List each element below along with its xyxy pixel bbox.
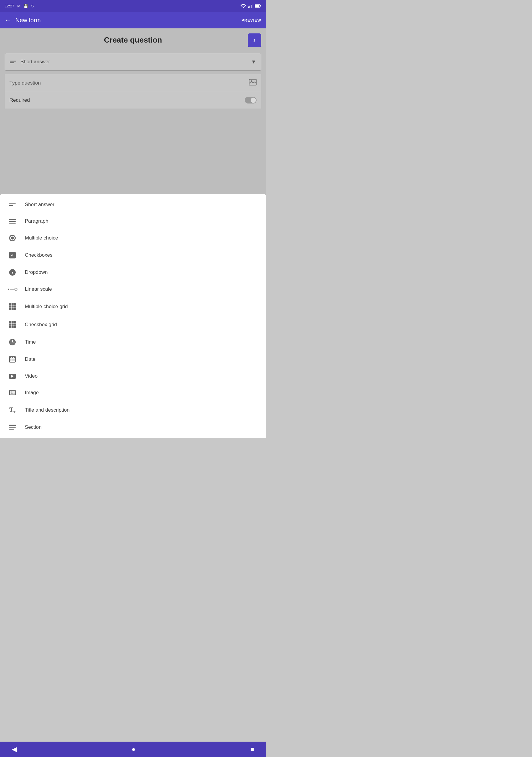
dropdown-menu-icon: ▾ bbox=[8, 269, 16, 276]
menu-label-checkboxes: Checkboxes bbox=[25, 252, 53, 258]
menu-label-short-answer: Short answer bbox=[25, 202, 54, 208]
menu-item-dropdown[interactable]: ▾ Dropdown bbox=[0, 264, 266, 281]
menu-label-linear-scale: Linear scale bbox=[25, 286, 52, 292]
menu-item-short-answer[interactable]: Short answer bbox=[0, 197, 266, 213]
menu-item-image[interactable]: Image bbox=[0, 384, 266, 401]
svg-rect-1 bbox=[248, 7, 249, 8]
status-bar: 12:27 M 💾 S bbox=[0, 0, 266, 12]
menu-label-multiple-choice: Multiple choice bbox=[25, 235, 58, 241]
svg-rect-2 bbox=[250, 6, 250, 8]
svg-rect-3 bbox=[251, 5, 251, 8]
required-label: Required bbox=[10, 97, 30, 103]
dropdown-arrow-icon: ▼ bbox=[251, 59, 256, 65]
menu-item-mc-grid[interactable]: Multiple choice grid bbox=[0, 297, 266, 316]
signal-icon bbox=[248, 4, 252, 8]
chevron-right-icon: › bbox=[253, 36, 255, 44]
image-attach-icon[interactable] bbox=[249, 79, 256, 87]
paragraph-menu-icon bbox=[8, 219, 16, 224]
battery-icon bbox=[255, 4, 261, 8]
menu-item-section[interactable]: Section bbox=[0, 419, 266, 436]
linear-scale-menu-icon bbox=[8, 288, 16, 291]
menu-label-title-desc: Title and description bbox=[25, 407, 70, 413]
menu-label-section: Section bbox=[25, 424, 42, 430]
menu-item-date[interactable]: Date bbox=[0, 351, 266, 368]
menu-label-paragraph: Paragraph bbox=[25, 218, 48, 224]
menu-label-image: Image bbox=[25, 390, 39, 396]
wifi-icon bbox=[241, 4, 246, 8]
main-content: Create question › Short answer ▼ Type qu… bbox=[0, 28, 266, 194]
svg-rect-6 bbox=[255, 5, 259, 7]
save-icon: 💾 bbox=[23, 4, 28, 8]
svg-rect-4 bbox=[252, 4, 252, 8]
menu-item-linear-scale[interactable]: Linear scale bbox=[0, 281, 266, 297]
image-menu-icon bbox=[8, 390, 16, 395]
menu-item-video[interactable]: Video bbox=[0, 368, 266, 384]
time-menu-icon bbox=[8, 339, 16, 346]
gmail-icon: M bbox=[17, 4, 21, 8]
status-time: 12:27 bbox=[5, 4, 15, 8]
menu-item-paragraph[interactable]: Paragraph bbox=[0, 213, 266, 229]
menu-item-multiple-choice[interactable]: Multiple choice bbox=[0, 229, 266, 247]
title-desc-menu-icon: TT bbox=[8, 406, 16, 414]
menu-label-mc-grid: Multiple choice grid bbox=[25, 304, 68, 310]
date-menu-icon bbox=[8, 356, 16, 363]
multiple-choice-menu-icon bbox=[8, 235, 16, 241]
video-menu-icon bbox=[8, 374, 16, 379]
menu-label-date: Date bbox=[25, 356, 36, 362]
section-menu-icon bbox=[8, 425, 16, 430]
menu-label-time: Time bbox=[25, 339, 36, 345]
required-row: Required bbox=[5, 92, 261, 108]
menu-item-time[interactable]: Time bbox=[0, 334, 266, 351]
menu-item-cb-grid[interactable]: Checkbox grid bbox=[0, 316, 266, 334]
create-question-header: Create question › bbox=[5, 36, 261, 45]
dropdown-panel: Short answer Paragraph Multiple choice ✓… bbox=[0, 194, 266, 438]
required-toggle[interactable] bbox=[245, 97, 256, 104]
question-type-dropdown[interactable]: Short answer ▼ bbox=[5, 53, 261, 71]
svg-point-0 bbox=[243, 7, 244, 8]
short-answer-menu-icon bbox=[8, 203, 16, 206]
create-question-title: Create question bbox=[104, 36, 162, 45]
short-answer-icon bbox=[10, 61, 16, 63]
checkboxes-menu-icon: ✓ bbox=[8, 252, 16, 258]
menu-label-cb-grid: Checkbox grid bbox=[25, 322, 57, 328]
svg-rect-7 bbox=[260, 5, 261, 7]
top-nav: ← New form PREVIEW bbox=[0, 12, 266, 28]
menu-label-video: Video bbox=[25, 373, 38, 379]
menu-label-dropdown: Dropdown bbox=[25, 269, 48, 275]
type-question-row[interactable]: Type question bbox=[5, 74, 261, 92]
s-icon: S bbox=[31, 4, 34, 8]
chevron-right-button[interactable]: › bbox=[248, 33, 261, 47]
type-question-placeholder: Type question bbox=[10, 80, 41, 86]
menu-item-checkboxes[interactable]: ✓ Checkboxes bbox=[0, 247, 266, 264]
nav-title: New form bbox=[15, 17, 41, 24]
back-button[interactable]: ← bbox=[5, 16, 11, 24]
question-type-label: Short answer bbox=[20, 59, 50, 65]
menu-item-title-desc[interactable]: TT Title and description bbox=[0, 401, 266, 419]
cb-grid-menu-icon bbox=[8, 321, 16, 328]
mc-grid-menu-icon bbox=[8, 303, 16, 310]
preview-button[interactable]: PREVIEW bbox=[242, 18, 261, 22]
